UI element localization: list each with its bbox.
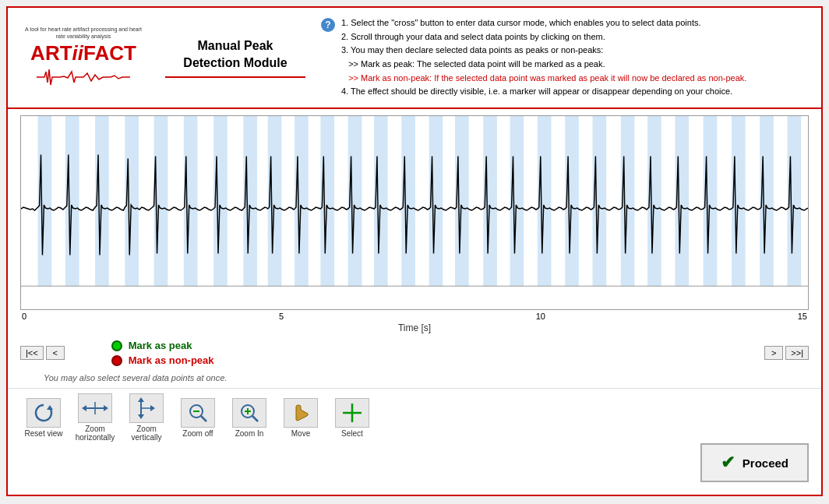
- zoom-in-label: Zoom In: [235, 429, 264, 438]
- move-label: Move: [291, 429, 310, 438]
- red-circle-icon: [111, 355, 122, 366]
- step1: 1. Select the "cross" button to enter da…: [341, 16, 812, 30]
- zoom-in-icon: [232, 398, 266, 428]
- svg-line-44: [252, 416, 258, 421]
- logo-text: ARTiiFACT: [30, 41, 136, 65]
- help-icon: ?: [321, 18, 335, 32]
- zoom-off-label: Zoom off: [182, 429, 213, 438]
- proceed-label: Proceed: [743, 456, 788, 470]
- mark-peak-label: Mark as peak: [129, 340, 192, 351]
- svg-marker-35: [138, 397, 144, 402]
- nav-first-button[interactable]: |<<: [20, 346, 44, 360]
- nav-next-button[interactable]: >: [764, 346, 783, 360]
- controls-area: |<< < Mark as peak Mark as non-peak > >>…: [8, 333, 821, 372]
- mark-nonpeak-row: Mark as non-peak: [111, 354, 214, 366]
- reset-view-label: Reset view: [25, 429, 63, 438]
- x-label-0: 0: [22, 312, 26, 321]
- logo-signal-icon: [37, 65, 130, 89]
- logo-subtitle: A tool for heart rate artifact processin…: [21, 26, 146, 40]
- green-circle-icon: [111, 340, 122, 351]
- proceed-button[interactable]: ✔ Proceed: [700, 443, 809, 482]
- zoom-off-button[interactable]: Zoom off: [175, 397, 221, 439]
- x-label-5: 5: [279, 312, 284, 321]
- select-button[interactable]: Select: [329, 397, 376, 439]
- svg-marker-29: [47, 405, 53, 410]
- reset-view-icon: [26, 398, 61, 428]
- chart-area: 0 5 10 15 Time [s]: [8, 109, 821, 333]
- zoom-v-button[interactable]: Zoom vertically: [123, 392, 170, 443]
- select-note: You may also select several data points …: [20, 373, 227, 382]
- move-button[interactable]: Move: [277, 397, 324, 439]
- step2: 2. Scroll through your data and select d…: [341, 30, 812, 44]
- nav-prev-button[interactable]: <: [46, 346, 65, 360]
- reset-view-button[interactable]: Reset view: [20, 397, 67, 439]
- x-label-10: 10: [536, 312, 545, 321]
- zoom-v-label: Zoom vertically: [125, 425, 168, 442]
- zoom-h-label: Zoom horizontally: [73, 425, 117, 442]
- zoom-v-icon: [129, 393, 164, 423]
- zoom-off-icon: [181, 398, 215, 428]
- nav-left: |<< <: [20, 346, 65, 360]
- toolbar-area: Reset view Zoom horizontally: [8, 388, 821, 446]
- peak-labels: Mark as peak Mark as non-peak: [111, 340, 214, 366]
- logo-name: ARTiiFACT: [30, 41, 136, 65]
- instructions-text: 1. Select the "cross" button to enter da…: [341, 16, 812, 99]
- page-title: Manual Peak Detection Module: [165, 37, 305, 72]
- main-container: A tool for heart rate artifact processin…: [6, 6, 823, 496]
- x-axis-label: Time [s]: [20, 322, 809, 333]
- zoom-in-button[interactable]: Zoom In: [226, 397, 273, 439]
- select-icon: [335, 398, 369, 428]
- svg-marker-31: [82, 405, 86, 411]
- nav-last-button[interactable]: >>|: [785, 346, 809, 360]
- chart-svg: [21, 116, 808, 309]
- select-label: Select: [341, 429, 363, 438]
- mark-peak-row: Mark as peak: [111, 340, 214, 351]
- chart-container: [20, 115, 809, 310]
- instructions-area: ? 1. Select the "cross" button to enter …: [305, 16, 812, 99]
- svg-marker-32: [104, 405, 108, 411]
- svg-line-41: [201, 416, 206, 421]
- svg-rect-5: [184, 116, 198, 286]
- zoom-h-button[interactable]: Zoom horizontally: [72, 392, 118, 443]
- step4: 4. The effect should be directly visible…: [341, 85, 812, 99]
- nav-right: > >>|: [764, 346, 809, 360]
- zoom-h-icon: [78, 393, 112, 423]
- select-note-area: You may also select several data points …: [8, 372, 821, 388]
- move-icon: [284, 398, 318, 428]
- checkmark-icon: ✔: [721, 453, 735, 473]
- x-label-15: 15: [798, 312, 807, 321]
- title-area: Manual Peak Detection Module: [150, 37, 305, 79]
- mark-nonpeak-label: Mark as non-peak: [129, 354, 214, 366]
- svg-marker-38: [150, 405, 155, 411]
- step3b: >> Mark as non-peak: If the selected dat…: [341, 72, 812, 86]
- logo-area: A tool for heart rate artifact processin…: [17, 26, 150, 89]
- step3: 3. You may then declare selected data po…: [341, 44, 812, 58]
- svg-marker-36: [138, 414, 144, 419]
- header: A tool for heart rate artifact processin…: [8, 8, 821, 109]
- step3a: >> Mark as peak: The selected data point…: [341, 58, 812, 72]
- x-axis-labels: 0 5 10 15: [20, 310, 809, 321]
